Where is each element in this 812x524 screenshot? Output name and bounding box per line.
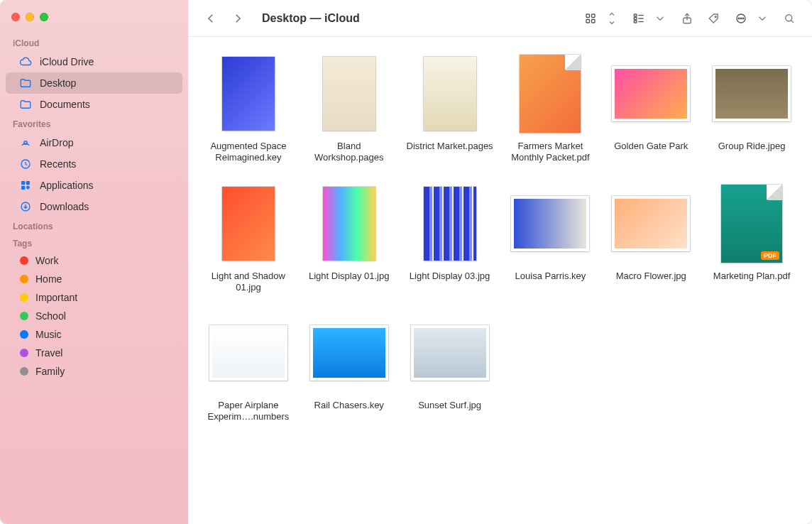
file-item[interactable]: PDFMarketing Plan.pdf [704,181,799,294]
sidebar-item-documents[interactable]: Documents [6,94,182,115]
svg-rect-10 [634,14,637,16]
window-title: Desktop — iCloud [262,12,360,25]
tag-item-music[interactable]: Music [6,325,182,344]
file-item[interactable]: Paper Airplane Experim….numbers [201,310,296,423]
file-thumbnail [612,66,690,121]
chevron-down-icon [752,9,772,28]
file-thumbnail-area [503,181,597,266]
file-item[interactable]: Group Ride.jpeg [704,51,799,164]
sidebar-item-desktop[interactable]: Desktop [6,72,182,94]
tag-label: Home [35,273,62,285]
airdrop-icon [18,136,33,150]
file-label: Sunset Surf.jpg [418,400,481,411]
file-item[interactable]: Macro Flower.jpg [603,181,698,294]
main-pane: Desktop — iCloud [188,0,812,524]
file-item[interactable]: Bland Workshop.pages [302,51,397,164]
tag-color-dot [20,349,28,357]
file-item[interactable]: Rail Chasers.key [302,310,397,423]
sidebar-section-title: Locations [0,217,188,234]
tag-item-work[interactable]: Work [6,251,182,270]
search-button[interactable] [779,9,799,28]
group-icon [629,9,649,28]
sidebar-section-title: iCloud [0,34,188,51]
minimize-window-button[interactable] [26,13,34,21]
tag-item-school[interactable]: School [6,307,182,325]
tag-label: Important [35,292,77,303]
clock-icon [18,157,33,171]
file-thumbnail-area [403,310,497,395]
sidebar-item-applications[interactable]: Applications [6,175,182,196]
file-thumbnail [424,57,476,131]
pdf-badge: PDF [761,251,779,260]
tags-button[interactable] [704,9,724,28]
file-grid-scroll[interactable]: Augmented Space Reimagined.keyBland Work… [188,37,812,524]
svg-line-23 [791,20,794,22]
view-mode-control[interactable] [581,9,622,28]
svg-point-22 [786,14,792,21]
file-item[interactable]: Golden Gate Park [603,51,698,164]
file-thumbnail: PDF [721,185,782,263]
tag-color-dot [20,312,28,320]
tag-item-home[interactable]: Home [6,270,182,288]
file-thumbnail-area [202,181,295,266]
share-button[interactable] [677,9,697,28]
file-label: Light Display 01.jpg [309,271,389,282]
file-item[interactable]: Light Display 03.jpg [402,181,498,294]
svg-point-17 [715,16,716,17]
sidebar-item-label: iCloud Drive [40,56,94,67]
folder-icon [18,76,33,90]
file-thumbnail [612,196,690,251]
group-by-control[interactable] [629,9,670,28]
file-thumbnail [713,66,791,121]
file-thumbnail [511,196,589,251]
tag-item-family[interactable]: Family [6,362,182,381]
tag-label: Travel [35,347,62,359]
file-label: Farmers Market Monthly Packet.pdf [503,141,598,164]
file-thumbnail-area [604,51,698,136]
file-item[interactable]: Sunset Surf.jpg [402,310,498,423]
file-label: District Market.pages [407,141,493,152]
file-thumbnail [424,187,476,261]
file-thumbnail [222,187,275,261]
sidebar-item-label: Recents [40,158,76,170]
file-item[interactable]: Light Display 01.jpg [302,181,397,294]
more-actions-button[interactable] [731,9,772,28]
close-window-button[interactable] [11,13,20,21]
cloud-icon [18,55,33,69]
file-thumbnail [411,325,489,381]
tag-label: Family [35,366,65,377]
svg-rect-7 [592,14,596,18]
sidebar-item-airdrop[interactable]: AirDrop [6,132,182,153]
svg-rect-12 [634,21,637,23]
view-mode-chevron-icon [602,9,622,28]
icon-view-icon [581,9,600,28]
sidebar-item-recents[interactable]: Recents [6,153,182,175]
sidebar-item-icloud-drive[interactable]: iCloud Drive [6,51,182,72]
folder-icon [18,97,33,111]
back-button[interactable] [201,9,221,28]
forward-button[interactable] [228,9,248,28]
file-item[interactable]: Light and Shadow 01.jpg [201,181,296,294]
svg-rect-11 [634,17,637,19]
page-fold-icon [565,55,581,70]
file-label: Macro Flower.jpg [616,271,686,282]
file-thumbnail-area [302,310,396,395]
svg-rect-2 [21,181,25,185]
svg-rect-9 [592,19,596,23]
file-item[interactable]: Louisa Parris.key [503,181,598,294]
zoom-window-button[interactable] [40,13,48,21]
file-thumbnail-area [604,181,698,266]
svg-rect-6 [586,14,590,18]
file-label: Light and Shadow 01.jpg [201,271,296,294]
file-thumbnail-area [202,51,295,136]
sidebar: iCloudiCloud DriveDesktopDocumentsFavori… [0,0,188,524]
sidebar-item-downloads[interactable]: Downloads [6,196,182,217]
file-thumbnail-area [503,51,597,136]
tag-item-travel[interactable]: Travel [6,344,182,362]
sidebar-section-tags: Tags [0,234,188,251]
file-item[interactable]: Augmented Space Reimagined.key [201,51,296,164]
file-item[interactable]: Farmers Market Monthly Packet.pdf [503,51,598,164]
file-item[interactable]: District Market.pages [402,51,498,164]
tag-item-important[interactable]: Important [6,288,182,307]
window-controls [0,7,188,34]
